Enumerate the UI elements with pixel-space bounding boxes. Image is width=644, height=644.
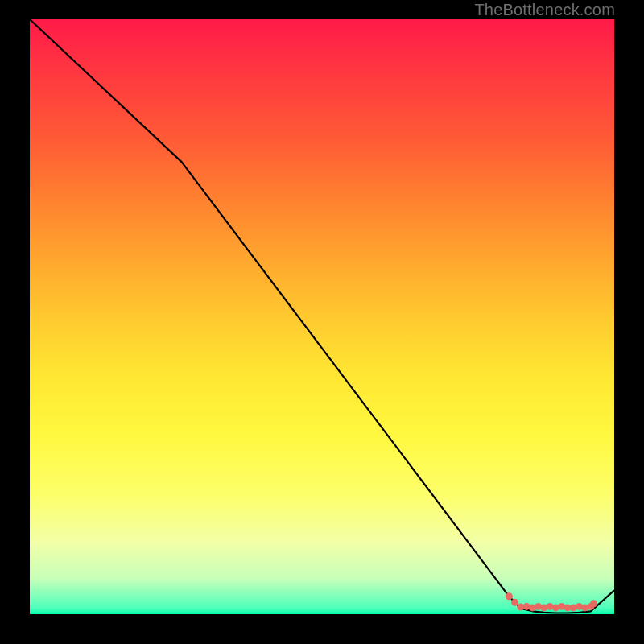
chart-stage: TheBottleneck.com xyxy=(0,0,644,644)
watermark-text: TheBottleneck.com xyxy=(474,1,615,19)
plot-area xyxy=(30,19,614,614)
